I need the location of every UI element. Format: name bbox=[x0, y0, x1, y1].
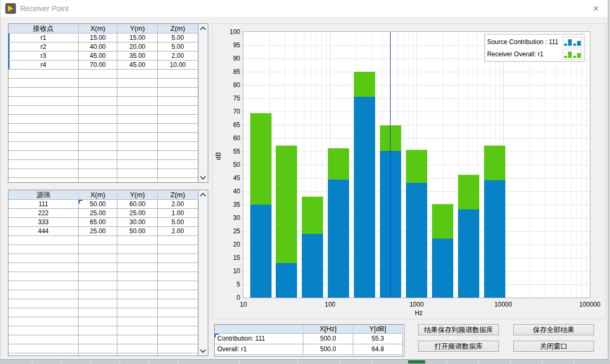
table-cell[interactable] bbox=[9, 79, 79, 88]
open-spectrum-db-button[interactable]: 打开频谱数据库 bbox=[418, 341, 499, 352]
table-cell[interactable] bbox=[9, 160, 79, 169]
table-cell[interactable] bbox=[79, 281, 117, 290]
table-cell[interactable]: 5.00 bbox=[158, 218, 198, 227]
table-cell[interactable] bbox=[117, 169, 158, 178]
table-cell[interactable] bbox=[79, 97, 117, 106]
table-cell[interactable] bbox=[79, 124, 117, 133]
table-cell[interactable] bbox=[9, 115, 79, 124]
table-cell[interactable] bbox=[117, 115, 158, 124]
table-cell[interactable] bbox=[117, 317, 158, 326]
table-cell[interactable] bbox=[79, 169, 117, 178]
table-cell[interactable] bbox=[9, 97, 79, 106]
table-cell[interactable]: 1.00 bbox=[158, 209, 198, 218]
table-cell[interactable]: 10.00 bbox=[158, 61, 198, 70]
legend-entry[interactable]: Receiver Overall: r1 bbox=[487, 48, 582, 60]
table-cell[interactable] bbox=[79, 178, 117, 182]
table-cell[interactable] bbox=[79, 272, 117, 281]
table-cell[interactable] bbox=[158, 160, 198, 169]
table-cell[interactable] bbox=[117, 124, 158, 133]
table-cell[interactable] bbox=[9, 344, 79, 353]
table-cell[interactable]: 5.00 bbox=[158, 43, 198, 52]
table-cell[interactable] bbox=[9, 178, 79, 182]
table-cell[interactable] bbox=[79, 160, 117, 169]
table-cell[interactable]: 64.8 bbox=[353, 344, 403, 355]
table-cell[interactable] bbox=[9, 317, 79, 326]
table-cell[interactable]: 2.00 bbox=[158, 200, 198, 209]
table-cell[interactable] bbox=[158, 344, 198, 353]
table-cell[interactable]: 2.00 bbox=[158, 227, 198, 236]
table-cell[interactable]: r2 bbox=[9, 43, 79, 52]
table-cell[interactable]: 70.00 bbox=[79, 61, 117, 70]
table-cell[interactable]: 25.00 bbox=[79, 227, 117, 236]
table-cell[interactable] bbox=[79, 88, 117, 97]
table-cell[interactable] bbox=[9, 88, 79, 97]
table-cell[interactable] bbox=[117, 245, 158, 254]
table-cell[interactable] bbox=[158, 178, 198, 182]
table-cell[interactable] bbox=[158, 70, 198, 79]
table-cell[interactable]: 50.00 bbox=[79, 200, 117, 209]
table-cell[interactable] bbox=[117, 281, 158, 290]
table-cell[interactable]: 222 bbox=[9, 209, 79, 218]
table-cell[interactable]: 333 bbox=[9, 218, 79, 227]
table-cell[interactable]: 25.00 bbox=[79, 209, 117, 218]
table-cell[interactable] bbox=[9, 124, 79, 133]
table-cell[interactable] bbox=[117, 97, 158, 106]
close-window-button[interactable]: 关闭窗口 bbox=[513, 341, 594, 352]
table-cell[interactable] bbox=[117, 299, 158, 308]
table-cell[interactable] bbox=[79, 326, 117, 335]
table-cell[interactable]: 60.00 bbox=[117, 200, 158, 209]
table-cell[interactable] bbox=[158, 106, 198, 115]
table-cell[interactable] bbox=[158, 281, 198, 290]
table-cell[interactable]: 444 bbox=[9, 227, 79, 236]
table-cell[interactable] bbox=[79, 106, 117, 115]
table-cell[interactable] bbox=[79, 133, 117, 142]
scroll-down-icon[interactable] bbox=[199, 173, 207, 182]
table-cell[interactable]: 40.00 bbox=[79, 43, 117, 52]
table-cell[interactable] bbox=[117, 79, 158, 88]
table-cell[interactable] bbox=[158, 326, 198, 335]
table-cell[interactable]: 25.00 bbox=[117, 209, 158, 218]
cursor-crosshair[interactable] bbox=[387, 151, 394, 151]
table-cell[interactable] bbox=[158, 142, 198, 151]
table-cell[interactable]: 15.00 bbox=[117, 33, 158, 43]
table-cell[interactable] bbox=[9, 263, 79, 272]
table-cell[interactable] bbox=[158, 79, 198, 88]
table-cell[interactable] bbox=[158, 97, 198, 106]
table-cell[interactable] bbox=[158, 272, 198, 281]
table-cell[interactable] bbox=[79, 299, 117, 308]
close-icon[interactable]: ✕ bbox=[590, 3, 601, 14]
source-table-scrollbar[interactable] bbox=[198, 190, 208, 355]
scroll-up-icon[interactable] bbox=[199, 191, 207, 199]
table-cell[interactable] bbox=[158, 236, 198, 245]
table-cell[interactable] bbox=[158, 335, 198, 344]
table-cell[interactable] bbox=[79, 236, 117, 245]
table-cell[interactable]: 111 bbox=[9, 200, 79, 209]
table-cell[interactable]: 2.00 bbox=[158, 52, 198, 61]
table-cell[interactable] bbox=[79, 353, 117, 355]
scroll-up-icon[interactable] bbox=[199, 24, 207, 33]
table-cell[interactable] bbox=[158, 169, 198, 178]
table-cell[interactable] bbox=[117, 236, 158, 245]
table-cell[interactable] bbox=[117, 254, 158, 263]
table-cell[interactable] bbox=[158, 88, 198, 97]
table-cell[interactable] bbox=[117, 335, 158, 344]
table-cell[interactable] bbox=[79, 290, 117, 299]
table-cell[interactable] bbox=[158, 151, 198, 160]
table-cell[interactable]: Overall: r1 bbox=[215, 344, 303, 355]
table-cell[interactable]: 15.00 bbox=[79, 33, 117, 43]
table-cell[interactable] bbox=[9, 133, 79, 142]
table-cell[interactable] bbox=[117, 344, 158, 353]
table-cell[interactable] bbox=[79, 254, 117, 263]
table-cell[interactable] bbox=[117, 160, 158, 169]
table-cell[interactable]: Contribution: 111 bbox=[215, 334, 303, 344]
table-cell[interactable] bbox=[9, 151, 79, 160]
table-cell[interactable] bbox=[158, 124, 198, 133]
table-cell[interactable] bbox=[79, 317, 117, 326]
table-cell[interactable] bbox=[117, 142, 158, 151]
table-cell[interactable] bbox=[9, 335, 79, 344]
table-cell[interactable] bbox=[79, 344, 117, 353]
table-cell[interactable]: 20.00 bbox=[117, 43, 158, 52]
table-cell[interactable] bbox=[117, 178, 158, 182]
table-cell[interactable] bbox=[79, 142, 117, 151]
table-cell[interactable] bbox=[9, 254, 79, 263]
